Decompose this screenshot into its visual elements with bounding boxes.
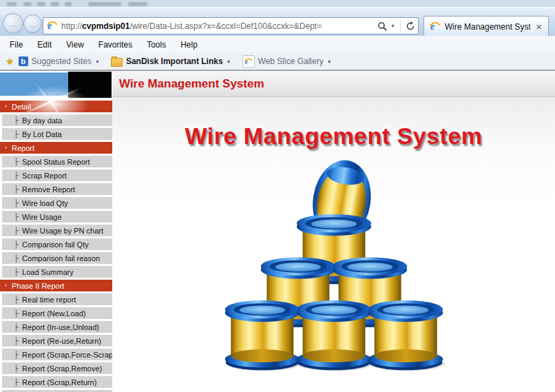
refresh-icon[interactable] xyxy=(406,21,415,31)
chevron-right-icon: › xyxy=(5,103,7,110)
content-body: Wire Management System xyxy=(112,97,555,392)
tree-branch-icon: ├ xyxy=(14,116,19,124)
search-icon[interactable] xyxy=(377,21,387,31)
sidebar-item-report-in-use-unload[interactable]: ├Report (In-use,Unload) xyxy=(2,321,112,333)
sidebar-item-real-time-report[interactable]: ├Real time report xyxy=(2,293,112,305)
tree-branch-icon: ├ xyxy=(14,378,19,386)
chevron-right-icon: › xyxy=(5,145,7,151)
sidebar-section-label: Report xyxy=(12,144,34,152)
sidebar-item-label: Report (New,Load) xyxy=(22,309,85,318)
sidebar-item-label: Report (Re-use,Return) xyxy=(22,337,101,345)
sidebar-item-label: Scrap Report xyxy=(22,172,67,180)
page-title: Wire Management System xyxy=(112,71,555,97)
sidebar-item-label: Comparison fail reason xyxy=(22,254,100,262)
sidebar-item-spool-status-report[interactable]: ├Spool Status Report xyxy=(2,156,112,167)
sidebar: ›Detail├By day data├By Lot Data›Report├S… xyxy=(0,71,112,392)
sidebar-section-report[interactable]: ›Report xyxy=(0,142,112,154)
sidebar-item-label: Report (Scrap,Remove) xyxy=(22,364,102,373)
menu-item-help[interactable]: Help xyxy=(180,40,198,50)
chevron-down-icon: ▼ xyxy=(327,59,332,64)
sidebar-section-detail[interactable]: ›Detail xyxy=(0,101,112,112)
browser-navbar: ← → e http://cvpmdsip01/wire/Data-List.a… xyxy=(0,7,555,36)
sidebar-item-by-lot-data[interactable]: ├By Lot Data xyxy=(2,128,112,140)
tree-branch-icon: ├ xyxy=(14,227,19,234)
menu-item-edit[interactable]: Edit xyxy=(37,40,52,50)
sidebar-item-wire-load-qty[interactable]: ├Wire load Qty xyxy=(2,197,112,209)
folder-icon xyxy=(111,58,123,67)
main-title: Wire Management System xyxy=(112,123,555,149)
tree-branch-icon: ├ xyxy=(14,240,19,248)
favorites-item-label: Suggested Sites xyxy=(32,56,92,66)
forward-arrow-icon: → xyxy=(28,18,38,30)
back-button[interactable]: ← xyxy=(3,13,23,34)
menu-item-favorites[interactable]: Favorites xyxy=(98,40,132,50)
menu-item-view[interactable]: View xyxy=(66,40,84,50)
menu-item-file[interactable]: File xyxy=(10,40,23,50)
favorites-item-web-slice-gallery[interactable]: eWeb Slice Gallery▼ xyxy=(242,55,332,68)
page-content: ›Detail├By day data├By Lot Data›Report├S… xyxy=(0,71,555,392)
chevron-down-icon: ▼ xyxy=(95,59,100,64)
browser-tab[interactable]: e Wire Management System × xyxy=(423,16,549,37)
tree-branch-icon: ├ xyxy=(14,130,19,138)
tree-branch-icon: ├ xyxy=(14,337,19,344)
url-text[interactable]: http://cvpmdsip01/wire/Data-List.aspx?x=… xyxy=(61,21,375,31)
ie-logo-icon: e xyxy=(429,21,441,32)
favorites-item-sandisk-important-links[interactable]: SanDisk Important Links▼ xyxy=(111,56,231,67)
sidebar-item-label: Wire Usage by PN chart xyxy=(22,227,103,235)
search-caret-icon[interactable]: ▼ xyxy=(390,23,395,28)
sidebar-logo-blue-box xyxy=(0,72,68,96)
favorites-item-label: SanDisk Important Links xyxy=(126,56,223,66)
sidebar-item-by-day-data[interactable]: ├By day data xyxy=(2,114,112,126)
sidebar-item-wire-usage-by-pn-chart[interactable]: ├Wire Usage by PN chart xyxy=(2,225,112,236)
sidebar-item-label: By day data xyxy=(22,116,62,125)
chevron-down-icon: ▼ xyxy=(227,59,231,64)
forward-button[interactable]: → xyxy=(23,14,42,33)
sidebar-item-comparison-fail-qty[interactable]: ├Comparison fail Qty xyxy=(2,238,112,250)
sidebar-section-label: Phase II Report xyxy=(12,282,64,290)
tree-branch-icon: ├ xyxy=(14,185,19,193)
tree-branch-icon: ├ xyxy=(14,158,19,165)
sidebar-item-wire-usage[interactable]: ├Wire Usage xyxy=(2,211,112,223)
address-separator xyxy=(400,20,401,32)
tree-branch-icon: ├ xyxy=(14,364,19,372)
sidebar-item-label: Spool Status Report xyxy=(22,158,90,166)
menu-item-tools[interactable]: Tools xyxy=(147,40,166,50)
sidebar-item-report-scrap-return[interactable]: ├Report (Scrap,Return) xyxy=(2,376,112,388)
tree-branch-icon: ├ xyxy=(14,172,19,179)
main-content: Wire Management System Wire Management S… xyxy=(112,71,555,392)
tree-branch-icon: ├ xyxy=(14,351,19,358)
sidebar-item-label: Report (In-use,Unload) xyxy=(22,323,99,331)
sidebar-item-load-summary[interactable]: ├Load Summary xyxy=(2,266,112,278)
background-blob xyxy=(37,2,45,6)
tree-branch-icon: ├ xyxy=(14,309,19,317)
sidebar-item-report-scrap-remove[interactable]: ├Report (Scrap,Remove) xyxy=(2,362,112,374)
background-blob xyxy=(23,2,32,6)
sidebar-item-report-new-load[interactable]: ├Report (New,Load) xyxy=(2,307,112,319)
favorites-item-suggested-sites[interactable]: bSuggested Sites▼ xyxy=(19,56,100,66)
background-blob xyxy=(88,2,121,6)
tree-branch-icon: ├ xyxy=(14,199,19,207)
chevron-right-icon: › xyxy=(5,282,7,289)
tree-branch-icon: ├ xyxy=(14,268,19,276)
sidebar-section-phase-ii-report[interactable]: ›Phase II Report xyxy=(0,280,112,291)
ie-logo-icon: e xyxy=(46,20,58,32)
sidebar-item-label: Real time report xyxy=(22,296,76,304)
wire-spools-image xyxy=(206,151,462,374)
sidebar-item-label: By Lot Data xyxy=(22,130,61,138)
sidebar-item-comparison-fail-reason[interactable]: ├Comparison fail reason xyxy=(2,252,112,264)
sidebar-nav: ›Detail├By day data├By Lot Data›Report├S… xyxy=(0,101,112,392)
sidebar-item-report-re-use-return[interactable]: ├Report (Re-use,Return) xyxy=(2,335,112,347)
sidebar-item-label: Comparison fail Qty xyxy=(22,240,89,249)
webslice-icon: e xyxy=(242,55,255,68)
sidebar-section-label: Detail xyxy=(12,103,31,111)
screenshot-root: ← → e http://cvpmdsip01/wire/Data-List.a… xyxy=(0,0,555,392)
favorites-star-icon[interactable]: ★ xyxy=(6,56,14,67)
sidebar-item-remove-report[interactable]: ├Remove Report xyxy=(2,183,112,195)
address-bar[interactable]: e http://cvpmdsip01/wire/Data-List.aspx?… xyxy=(43,17,419,34)
tree-branch-icon: ├ xyxy=(14,323,19,331)
sidebar-item-label: Wire Usage xyxy=(22,213,61,221)
background-blob xyxy=(65,2,72,6)
sidebar-item-scrap-report[interactable]: ├Scrap Report xyxy=(2,169,112,181)
tab-close-icon[interactable]: × xyxy=(534,21,543,32)
sidebar-item-report-scrap-force-scrap[interactable]: ├Report (Scrap,Force-Scrap) xyxy=(2,349,112,360)
